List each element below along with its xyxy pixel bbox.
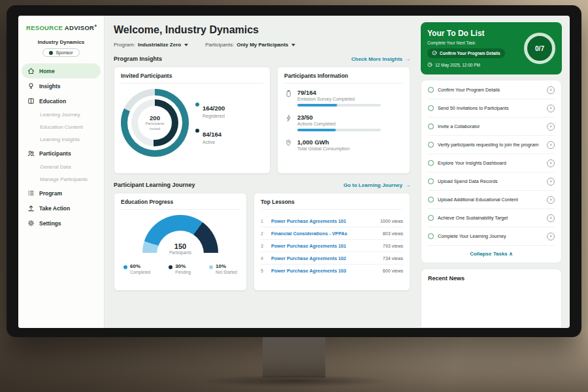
task-row[interactable]: Upload Spend Data Records › [428,172,555,191]
checkbox-circle[interactable] [428,197,434,203]
lesson-views: 803 views [383,231,403,236]
todo-tasks-card: Confirm Your Program Details › Send 50 I… [421,80,562,263]
sidebar-item-manage-participants[interactable]: Manage Participants [18,173,104,186]
sponsor-icon [49,51,53,55]
lesson-rank: 5 [261,269,266,273]
task-row[interactable]: Verify participants requesting to join t… [428,136,555,154]
sidebar-item-learning-insights[interactable]: Learning Insights [18,133,104,146]
checkbox-circle[interactable] [428,87,434,93]
stat-value: 79/164 [297,89,381,96]
sidebar-item-insights[interactable]: Insights [18,78,104,93]
task-row[interactable]: Send 50 Invitations to Participants › [428,99,555,118]
task-row[interactable]: Confirm Your Program Details › [428,81,555,99]
program-filter[interactable]: Program: Industrialize Zero [114,42,188,48]
chevron-right-icon[interactable]: › [547,141,555,149]
donut-legend: 164/200 Registered 84/164 Active [195,101,225,144]
card-title: Top Lessons [261,199,403,210]
lesson-link[interactable]: Power Purchase Agreements 101 [271,243,346,249]
bulb-icon [27,82,35,90]
lesson-link[interactable]: Financial Considerations - VPPAs [271,231,348,237]
app-logo: RESOURCE ADVISOR+ [18,24,104,31]
sidebar-item-take-action[interactable]: Take Action [18,201,104,216]
task-row[interactable]: Invite a Collaborator › [428,118,555,136]
sidebar-item-settings[interactable]: Settings [18,216,104,231]
participants-filter[interactable]: Participants: Only My Participants [205,42,295,48]
task-label: Verify participants requesting to join t… [438,142,543,148]
lesson-row: 2 Financial Considerations - VPPAs 803 v… [261,227,403,240]
chevron-right-icon[interactable]: › [547,86,555,94]
sidebar-item-label: Home [39,68,55,74]
check-icon [432,50,437,56]
checkbox-circle[interactable] [428,142,434,148]
sidebar-item-label: Insights [39,83,61,90]
logo-plus: + [94,24,97,28]
clock-icon [427,62,433,68]
lesson-row: 3 Power Purchase Agreements 101 793 view… [261,240,403,252]
legend-item-active: 84/164 Active [195,127,225,144]
next-task-pill[interactable]: Confirm Your Program Details [427,48,505,58]
todo-datetime-label: 12 May 2025, 12:00 PM [435,63,480,67]
sidebar-item-general-data[interactable]: General Data [18,161,104,173]
checkbox-circle[interactable] [428,215,434,221]
task-label: Upload Spend Data Records [438,178,543,185]
chevron-right-icon[interactable]: › [547,214,555,222]
chevron-down-icon [184,44,188,46]
collapse-label: Collapse Tasks [470,251,508,257]
go-to-learning-journey-link[interactable]: Go to Learning Journey → [344,182,410,188]
sidebar-item-label: Program [39,190,62,197]
legend-label: Active [203,140,221,144]
todo-datetime: 12 May 2025, 12:00 PM [427,62,520,68]
participants-information-card: Participants Information 79/164 Emission… [277,67,410,174]
arrow-right-icon: → [405,56,410,62]
task-row[interactable]: Upload Additional Educational Content › [428,191,555,209]
list-icon [27,189,35,197]
lesson-link[interactable]: Power Purchase Agreements 101 [271,218,346,224]
sidebar-item-learning-journey[interactable]: Learning Journey [18,108,104,121]
link-label: Check More Insights [351,56,402,62]
task-label: Send 50 Invitations to Participants [438,105,543,112]
task-row[interactable]: Explore Your Insights Dashboard › [428,154,555,172]
donut-inner-ring: 200 Participants Invited [131,99,178,146]
task-row[interactable]: Achieve One Sustainability Target › [428,209,555,227]
task-row[interactable]: Complete Your Learning Journey › [428,227,555,246]
collapse-tasks-link[interactable]: Collapse Tasks ∧ [428,246,555,262]
donut-center: 200 Participants Invited [138,106,172,140]
lesson-rank: 4 [261,256,266,261]
sidebar-item-label: Take Action [39,205,70,212]
legend-dot [209,265,213,269]
chevron-right-icon[interactable]: › [547,123,555,131]
chevron-right-icon[interactable]: › [547,233,555,240]
chevron-right-icon[interactable]: › [547,196,555,204]
background-floor [0,330,588,392]
lesson-row: 4 Power Purchase Agreements 102 734 view… [261,252,403,265]
donut-outer-ring: 200 Participants Invited [121,89,189,157]
sidebar-item-education[interactable]: Education [18,93,104,108]
task-label: Explore Your Insights Dashboard [438,160,543,167]
sponsor-badge: Sponsor [42,48,79,57]
sidebar-item-program[interactable]: Program [18,186,104,201]
chevron-right-icon[interactable]: › [547,159,555,167]
checkbox-circle[interactable] [428,123,434,129]
sidebar: RESOURCE ADVISOR+ Industry Dynamics Spon… [18,16,105,328]
checkbox-circle[interactable] [428,178,434,184]
section-title: Participant Learning Journey [114,182,195,188]
lesson-link[interactable]: Power Purchase Agreements 102 [271,255,346,261]
sidebar-item-home[interactable]: Home [22,63,101,78]
checkbox-circle[interactable] [428,160,434,166]
sidebar-item-education-content[interactable]: Education Content [18,121,104,133]
participants-filter-value: Only My Participants [237,42,288,48]
chevron-up-icon: ∧ [509,251,513,257]
checkbox-circle[interactable] [428,105,434,111]
program-filter-label: Program: [114,42,135,48]
invited-donut-chart: 200 Participants Invited 164/200 [121,89,263,157]
gauge-center-value: 150 [142,242,218,250]
chevron-right-icon[interactable]: › [547,105,555,112]
check-more-insights-link[interactable]: Check More Insights → [351,56,410,62]
insights-cards-row: Invited Participants 200 Participants In… [114,67,410,174]
lesson-views: 793 views [383,244,403,248]
chevron-right-icon[interactable]: › [547,178,555,186]
task-label: Confirm Your Program Details [438,87,543,93]
lesson-link[interactable]: Power Purchase Agreements 103 [271,268,346,274]
checkbox-circle[interactable] [428,233,434,239]
sidebar-item-participants[interactable]: Participants [18,146,104,161]
